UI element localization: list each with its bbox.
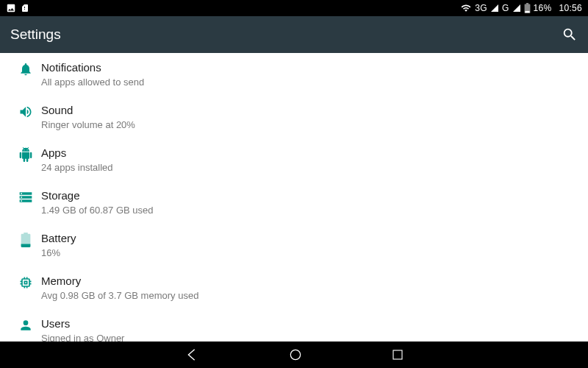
nav-recent-button[interactable] <box>391 348 404 361</box>
image-icon <box>6 3 16 13</box>
item-subtitle: Signed in as Owner <box>41 332 579 342</box>
item-title: Users <box>41 316 579 331</box>
svg-rect-2 <box>393 350 402 359</box>
item-title: Battery <box>41 231 579 246</box>
sd-card-icon <box>21 3 29 13</box>
battery-icon <box>524 3 531 13</box>
battery-pct: 16% <box>534 3 552 13</box>
item-title: Apps <box>41 146 579 160</box>
search-button[interactable] <box>562 26 578 43</box>
item-subtitle: All apps allowed to send <box>41 76 579 88</box>
settings-item-users[interactable]: Users Signed in as Owner <box>0 309 588 342</box>
item-title: Notifications <box>41 60 579 75</box>
settings-item-battery[interactable]: Battery 16% <box>0 224 588 266</box>
item-title: Sound <box>41 103 579 118</box>
signal-icon <box>512 4 521 13</box>
nav-back-button[interactable] <box>184 347 200 363</box>
item-subtitle: 1.49 GB of 60.87 GB used <box>41 204 579 216</box>
android-icon <box>18 147 33 162</box>
item-title: Storage <box>41 188 579 203</box>
search-icon <box>562 26 578 43</box>
item-subtitle: Avg 0.98 GB of 3.7 GB memory used <box>41 289 579 302</box>
bell-icon <box>18 62 33 77</box>
svg-rect-0 <box>525 11 529 13</box>
network-label: 3G <box>475 3 487 13</box>
status-bar: 3G G 16% 10:56 <box>0 0 588 16</box>
wifi-icon <box>460 3 472 13</box>
battery-icon <box>21 233 31 247</box>
carrier-label: G <box>502 3 509 13</box>
signal-icon <box>490 4 499 13</box>
item-subtitle: 16% <box>41 247 579 259</box>
memory-icon <box>18 275 33 290</box>
item-title: Memory <box>41 274 579 289</box>
page-title: Settings <box>10 26 61 43</box>
settings-item-memory[interactable]: Memory Avg 0.98 GB of 3.7 GB memory used <box>0 266 588 309</box>
nav-home-button[interactable] <box>288 347 303 362</box>
settings-item-notifications[interactable]: Notifications All apps allowed to send <box>0 53 588 96</box>
nav-bar <box>0 342 588 368</box>
recent-icon <box>391 348 404 361</box>
settings-item-apps[interactable]: Apps 24 apps installed <box>0 138 588 181</box>
svg-point-1 <box>290 350 300 359</box>
item-subtitle: Ringer volume at 20% <box>41 118 579 131</box>
settings-item-storage[interactable]: Storage 1.49 GB of 60.87 GB used <box>0 181 588 224</box>
settings-list: Notifications All apps allowed to send S… <box>0 53 588 342</box>
storage-icon <box>18 190 33 205</box>
back-icon <box>184 347 200 363</box>
item-subtitle: 24 apps installed <box>41 161 579 174</box>
home-icon <box>288 347 303 362</box>
user-icon <box>18 318 33 333</box>
app-bar: Settings <box>0 16 588 53</box>
volume-icon <box>18 105 33 119</box>
clock: 10:56 <box>559 3 582 13</box>
settings-item-sound[interactable]: Sound Ringer volume at 20% <box>0 96 588 138</box>
